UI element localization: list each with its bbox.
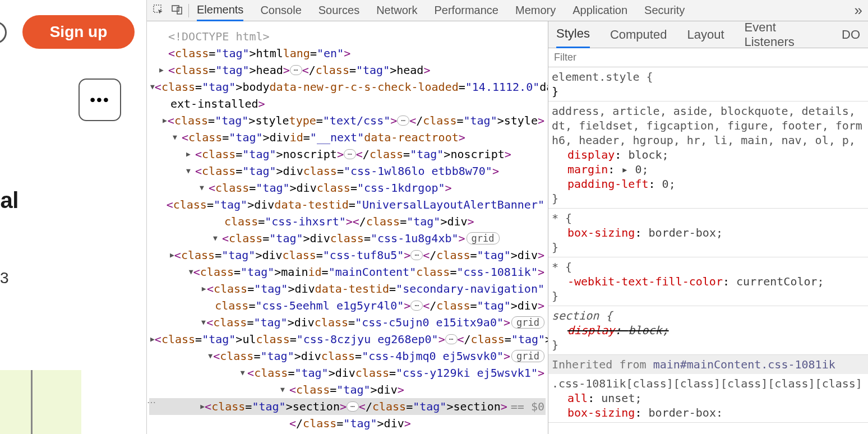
- dom-node[interactable]: ▼<class="tag">div class="css-c5ujn0 e15i…: [149, 314, 546, 331]
- grid-badge[interactable]: grid: [511, 350, 544, 362]
- grid-badge[interactable]: grid: [467, 232, 500, 244]
- dom-node[interactable]: ▼<class="tag">div class="css-1wl86lo etb…: [149, 163, 546, 179]
- dom-node[interactable]: ▶<class="tag">head>⋯</class="tag">head>: [149, 62, 546, 79]
- page-number-fragment: 3: [0, 269, 9, 287]
- dom-node[interactable]: ▼<class="tag">div>: [149, 381, 546, 398]
- website-viewport-slice: Sign up ier ••• o artificial 3: [0, 0, 147, 434]
- chart-background: [0, 370, 81, 434]
- expand-toggle-icon[interactable]: ▼: [150, 79, 155, 95]
- dom-node[interactable]: class="css-5eehml e1g5yr4l0">⋯</class="t…: [149, 297, 546, 314]
- styles-tab-do[interactable]: DO: [842, 21, 860, 48]
- css-rule[interactable]: address, article, aside, blockquote, det…: [548, 101, 868, 209]
- dom-node[interactable]: ▶<class="tag">ul class="css-8czjyu eg268…: [149, 331, 546, 348]
- styles-filter-row: [548, 48, 868, 67]
- styles-panel: StylesComputedLayoutEvent ListenersDO el…: [548, 21, 868, 434]
- css-rule[interactable]: * {-webkit-text-fill-color: currentColor…: [548, 257, 868, 306]
- expand-toggle-icon[interactable]: ▼: [186, 163, 195, 179]
- styles-tab-layout[interactable]: Layout: [687, 21, 724, 48]
- panel-tab-performance[interactable]: Performance: [435, 0, 499, 21]
- devtools-panel: ElementsConsoleSourcesNetworkPerformance…: [147, 0, 868, 434]
- devtools-header: ElementsConsoleSourcesNetworkPerformance…: [147, 0, 868, 21]
- expand-toggle-icon[interactable]: ▼: [213, 230, 222, 247]
- styles-tab-computed[interactable]: Computed: [610, 21, 667, 48]
- dom-node[interactable]: ▶<class="tag">section>⋯</class="tag">sec…: [149, 398, 546, 415]
- search-icon-fragment: [0, 21, 7, 44]
- css-rule[interactable]: * {box-sizing: border-box;}: [548, 209, 868, 257]
- inspect-element-icon[interactable]: [153, 4, 164, 17]
- dom-node[interactable]: ▼<class="tag">body data-new-gr-c-s-check…: [149, 79, 546, 95]
- signup-button[interactable]: Sign up: [22, 15, 135, 49]
- css-rule[interactable]: section {display: block;}: [548, 306, 868, 355]
- dom-node[interactable]: ▼<class="tag">div class="css-y129ki ej5w…: [149, 364, 546, 381]
- expand-toggle-icon[interactable]: ▶: [150, 331, 155, 348]
- expand-toggle-icon[interactable]: ▼: [241, 364, 247, 381]
- dom-node[interactable]: class="css-ihxsrt"></class="tag">div>: [149, 213, 546, 230]
- expand-toggle-icon[interactable]: ▼: [201, 314, 206, 331]
- dom-node[interactable]: ▶<class="tag">div class="css-bvprtz ej5w…: [149, 432, 546, 434]
- expand-toggle-icon[interactable]: ▶: [163, 112, 168, 129]
- dom-node[interactable]: ▼<class="tag">div class="css-4bjmq0 ej5w…: [149, 348, 546, 364]
- dom-node[interactable]: ▼<class="tag">div class="css-1u8g4xb"> g…: [149, 230, 546, 247]
- svg-rect-1: [172, 6, 179, 11]
- dom-node[interactable]: ▼<class="tag">main id="mainContent" clas…: [149, 264, 546, 280]
- dom-node[interactable]: <class="tag">div data-testid="UniversalL…: [149, 196, 546, 213]
- dom-node[interactable]: <!DOCTYPE html>: [149, 28, 546, 45]
- dom-node[interactable]: </class="tag">div>: [149, 415, 546, 432]
- panel-tab-console[interactable]: Console: [260, 0, 301, 21]
- device-toolbar-icon[interactable]: [172, 4, 183, 17]
- panel-tab-network[interactable]: Network: [376, 0, 417, 21]
- dom-node[interactable]: ▶<class="tag">style type="text/css">⋯</c…: [149, 112, 546, 129]
- dom-node[interactable]: ▶<class="tag">div class="css-tuf8u5">⋯</…: [149, 247, 546, 264]
- grid-badge[interactable]: grid: [511, 316, 544, 329]
- css-rule[interactable]: element.style {}: [548, 67, 868, 101]
- panel-tab-memory[interactable]: Memory: [515, 0, 556, 21]
- more-tabs-icon[interactable]: »: [855, 2, 862, 19]
- panel-tab-sources[interactable]: Sources: [318, 0, 359, 21]
- panel-tab-security[interactable]: Security: [644, 0, 685, 21]
- svg-rect-2: [177, 7, 182, 14]
- expand-toggle-icon[interactable]: ▼: [173, 129, 182, 146]
- expand-toggle-icon[interactable]: ▼: [189, 264, 193, 280]
- css-rule[interactable]: .css-1081ik[class][class][class][class][…: [548, 374, 868, 423]
- styles-tabs: StylesComputedLayoutEvent ListenersDO: [548, 21, 868, 48]
- expand-toggle-icon[interactable]: ▶: [200, 398, 205, 415]
- elements-tree-panel[interactable]: ⋯ <!DOCTYPE html><class="tag">html lang=…: [147, 21, 548, 434]
- chart-axis-line: [31, 370, 33, 434]
- dom-node[interactable]: ▶<class="tag">noscript>⋯</class="tag">no…: [149, 146, 546, 163]
- expand-toggle-icon[interactable]: ▶: [159, 62, 168, 79]
- expand-toggle-icon[interactable]: ▶: [170, 247, 174, 264]
- css-rules-list[interactable]: element.style {}address, article, aside,…: [548, 67, 868, 434]
- dom-node[interactable]: ▶<class="tag">div data-testid="secondary…: [149, 280, 546, 297]
- dom-node[interactable]: <class="tag">html lang="en">: [149, 45, 546, 62]
- styles-filter-input[interactable]: [554, 52, 862, 63]
- expand-toggle-icon[interactable]: ▼: [200, 179, 209, 196]
- styles-tab-styles[interactable]: Styles: [556, 21, 590, 48]
- panel-tab-elements[interactable]: Elements: [197, 0, 243, 21]
- expand-toggle-icon[interactable]: ▼: [208, 348, 213, 364]
- dom-node[interactable]: ▼<class="tag">div class="css-1kdrgop">: [149, 179, 546, 196]
- panel-tabs: ElementsConsoleSourcesNetworkPerformance…: [197, 0, 685, 21]
- panel-tab-application[interactable]: Application: [572, 0, 627, 21]
- styles-tab-event-listeners[interactable]: Event Listeners: [745, 21, 822, 48]
- dom-node[interactable]: ext-installed>: [149, 95, 546, 112]
- headline-fragment: o artificial: [0, 188, 19, 213]
- overflow-menu-button[interactable]: •••: [79, 79, 121, 121]
- expand-toggle-icon[interactable]: ▶: [229, 432, 235, 434]
- expand-toggle-icon[interactable]: ▶: [186, 146, 195, 163]
- gutter-ellipsis-icon: ⋯: [147, 397, 156, 408]
- dom-node[interactable]: ▼<class="tag">div id="__next" data-react…: [149, 129, 546, 146]
- expand-toggle-icon[interactable]: ▼: [280, 381, 289, 398]
- expand-toggle-icon[interactable]: ▶: [202, 280, 207, 297]
- inherited-from-bar: Inherited from main#mainContent.css-1081…: [548, 355, 868, 374]
